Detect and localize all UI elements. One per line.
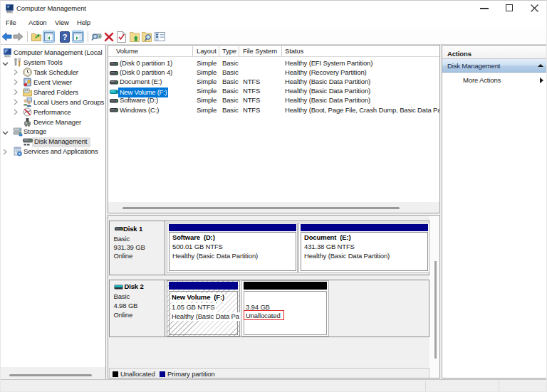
svg-text:?: ?	[63, 33, 68, 41]
